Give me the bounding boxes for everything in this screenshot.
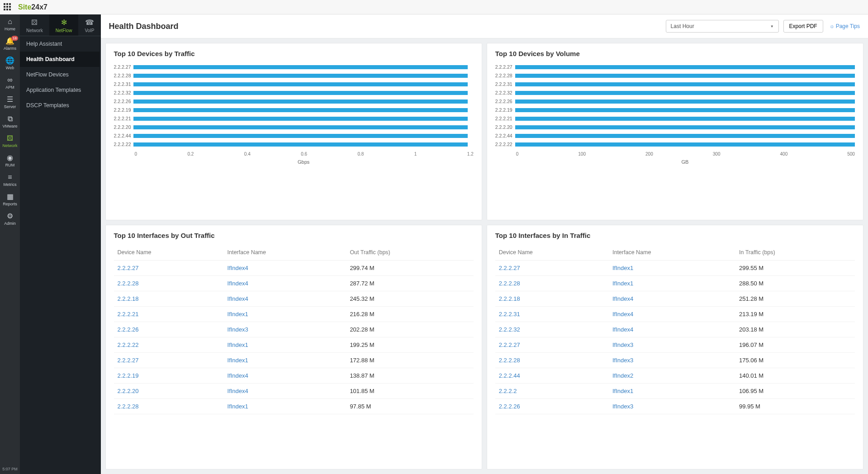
interface-link[interactable]: IfIndex4 (228, 388, 248, 394)
nav-item[interactable]: Application Templates (20, 82, 100, 98)
device-link[interactable]: 2.2.2.31 (499, 311, 520, 318)
table-row: 2.2.2.20IfIndex4101.85 M (114, 383, 474, 398)
bar (515, 117, 855, 121)
bar (515, 142, 855, 147)
sidebar-item-metrics[interactable]: ≡Metrics (0, 170, 20, 190)
traffic-value: 299.55 M (735, 260, 855, 275)
device-link[interactable]: 2.2.2.28 (118, 403, 139, 410)
device-link[interactable]: 2.2.2.19 (118, 372, 139, 379)
interface-link[interactable]: IfIndex1 (228, 403, 248, 410)
bars-area: 00.20.40.60.811.2Gbps (133, 63, 473, 165)
page-tips-link[interactable]: ☼Page Tips (830, 23, 860, 29)
export-pdf-button[interactable]: Export PDF (783, 20, 823, 33)
nav-item[interactable]: NetFlow Devices (20, 67, 100, 82)
interface-link[interactable]: IfIndex1 (228, 357, 248, 364)
sidebar-item-alarms[interactable]: 🔔Alarms18 (0, 34, 20, 53)
network-icon: ⚄ (0, 135, 20, 142)
device-link[interactable]: 2.2.2.28 (499, 357, 520, 364)
clock: 5:07 PM (2, 464, 18, 474)
chart-panel: Top 10 Devices by Volume2.2.2.272.2.2.28… (487, 43, 863, 220)
tab-netflow[interactable]: ✻NetFlow (49, 14, 79, 36)
interface-link[interactable]: IfIndex3 (228, 326, 248, 333)
bar-row (133, 89, 473, 97)
interface-link[interactable]: IfIndex4 (228, 280, 248, 287)
device-link[interactable]: 2.2.2.27 (499, 341, 520, 348)
device-link[interactable]: 2.2.2.26 (118, 326, 139, 333)
table-row: 2.2.2.28IfIndex3175.06 M (495, 352, 855, 368)
sidebar-item-server[interactable]: ☰Server (0, 92, 20, 112)
device-link[interactable]: 2.2.2.20 (118, 388, 139, 394)
nav-item[interactable]: Help Assistant (20, 36, 100, 52)
interface-link[interactable]: IfIndex4 (228, 372, 248, 379)
traffic-value: 196.07 M (735, 337, 855, 352)
interface-link[interactable]: IfIndex1 (612, 265, 633, 271)
bar (133, 65, 468, 69)
device-link[interactable]: 2.2.2.21 (118, 311, 139, 318)
column-header: Device Name (495, 245, 609, 261)
interface-link[interactable]: IfIndex4 (612, 326, 633, 333)
device-link[interactable]: 2.2.2.32 (499, 326, 520, 333)
traffic-value: 172.88 M (346, 352, 473, 368)
admin-icon: ⚙ (0, 213, 20, 220)
apps-grid-icon[interactable] (4, 3, 12, 11)
bar (133, 82, 468, 86)
interface-link[interactable]: IfIndex1 (228, 341, 248, 348)
column-header: In Traffic (bps) (735, 245, 855, 261)
time-range-select[interactable]: Last Hour (666, 20, 779, 33)
metrics-icon: ≡ (0, 174, 20, 181)
table-row: 2.2.2.31IfIndex4213.19 M (495, 306, 855, 322)
x-label: GB (515, 159, 855, 165)
bulb-icon: ☼ (830, 23, 835, 29)
interface-link[interactable]: IfIndex4 (612, 311, 633, 318)
device-link[interactable]: 2.2.2.27 (118, 265, 139, 271)
table-row: 2.2.2.32IfIndex4203.18 M (495, 322, 855, 337)
interface-link[interactable]: IfIndex3 (612, 357, 633, 364)
interface-link[interactable]: IfIndex3 (612, 341, 633, 348)
sidebar-item-home[interactable]: ⌂Home (0, 14, 20, 34)
interface-link[interactable]: IfIndex4 (228, 295, 248, 302)
device-link[interactable]: 2.2.2.28 (499, 280, 520, 287)
table-row: 2.2.2.2IfIndex1106.95 M (495, 383, 855, 398)
bar (515, 125, 855, 129)
interface-link[interactable]: IfIndex3 (612, 403, 633, 410)
interface-link[interactable]: IfIndex4 (612, 295, 633, 302)
interface-link[interactable]: IfIndex1 (612, 388, 633, 394)
logo: Site24x7 (18, 3, 47, 11)
device-link[interactable]: 2.2.2.28 (118, 280, 139, 287)
sidebar-item-web[interactable]: 🌐Web (0, 53, 20, 73)
sidebar-item-network[interactable]: ⚄Network (0, 131, 20, 151)
device-link[interactable]: 2.2.2.18 (499, 295, 520, 302)
interface-link[interactable]: IfIndex2 (612, 372, 633, 379)
table-row: 2.2.2.26IfIndex399.95 M (495, 398, 855, 414)
device-link[interactable]: 2.2.2.26 (499, 403, 520, 410)
sidebar-item-vmware[interactable]: ⧉VMware (0, 112, 20, 131)
bar-row (515, 80, 855, 89)
vmware-icon: ⧉ (0, 115, 20, 123)
tab-voip[interactable]: ☎VoIP (78, 14, 100, 36)
bar-row (515, 63, 855, 71)
sidebar-item-apm[interactable]: ∞APM (0, 73, 20, 92)
device-link[interactable]: 2.2.2.2 (499, 388, 517, 394)
apm-icon: ∞ (0, 76, 20, 84)
rum-icon: ◉ (0, 154, 20, 161)
interface-link[interactable]: IfIndex4 (228, 265, 248, 271)
server-icon: ☰ (0, 96, 20, 103)
interface-link[interactable]: IfIndex1 (228, 311, 248, 318)
device-link[interactable]: 2.2.2.18 (118, 295, 139, 302)
device-link[interactable]: 2.2.2.27 (118, 357, 139, 364)
bar (133, 100, 468, 104)
sidebar-item-rum[interactable]: ◉RUM (0, 151, 20, 170)
tab-network[interactable]: ⚄Network (20, 14, 49, 36)
bar (515, 65, 855, 69)
x-axis: 0100200300400500 (515, 152, 855, 156)
device-link[interactable]: 2.2.2.27 (499, 265, 520, 271)
sidebar-item-admin[interactable]: ⚙Admin (0, 209, 20, 228)
device-link[interactable]: 2.2.2.44 (499, 372, 520, 379)
nav-item[interactable]: Health Dashboard (20, 52, 100, 67)
bar-row (133, 97, 473, 106)
traffic-value: 202.28 M (346, 322, 473, 337)
device-link[interactable]: 2.2.2.22 (118, 341, 139, 348)
interface-link[interactable]: IfIndex1 (612, 280, 633, 287)
sidebar-item-reports[interactable]: ▦Reports (0, 190, 20, 209)
nav-item[interactable]: DSCP Templates (20, 98, 100, 113)
